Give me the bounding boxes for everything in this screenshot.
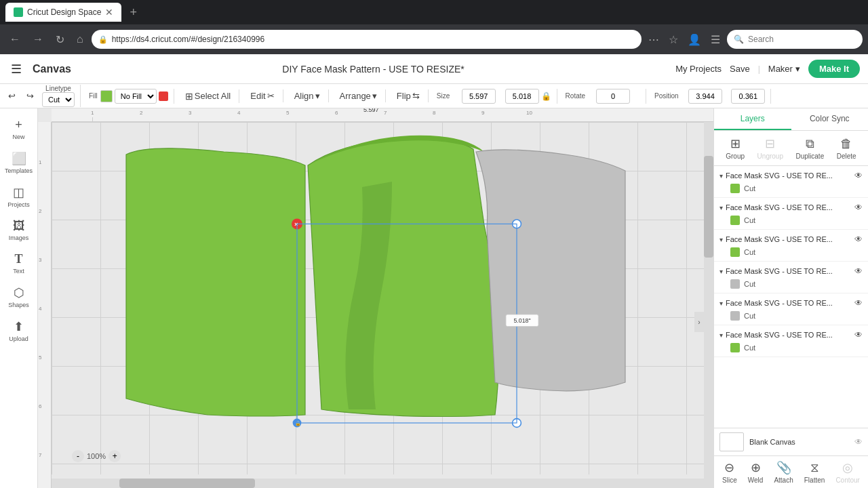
select-all-label: Select All [195, 91, 231, 101]
arrange-group: Arrange ▾ [337, 89, 386, 102]
fill-color-swatch[interactable] [100, 90, 113, 102]
linetype-select[interactable]: Cut [42, 92, 75, 107]
sidebar-item-new[interactable]: + New [2, 114, 36, 144]
layer-header[interactable]: ▾ Face Mask SVG - USE TO RE... 👁 [719, 328, 863, 342]
slice-tool[interactable]: ⊖ Slice [722, 460, 737, 484]
sidebar-item-upload[interactable]: ⬆ Upload [2, 315, 36, 346]
align-button[interactable]: Align ▾ [292, 89, 323, 102]
linetype-section: Linetype Cut [42, 85, 75, 107]
edit-button[interactable]: Edit ✂ [248, 89, 277, 102]
weld-label: Weld [748, 476, 764, 484]
size-group: Size W H 🔒 [437, 89, 557, 104]
contour-tool[interactable]: ◎ Contour [835, 460, 860, 484]
redo-button[interactable]: ↪ [24, 89, 37, 102]
linetype-label: Linetype [45, 85, 71, 92]
address-bar[interactable]: 🔒 https://ds4.cricut.com/#/design/216340… [92, 30, 642, 49]
edit-group: Edit ✂ [248, 89, 283, 102]
horizontal-scrollbar[interactable] [52, 479, 713, 488]
new-tab-button[interactable]: + [127, 5, 140, 20]
make-it-button[interactable]: Make It [808, 60, 860, 78]
blank-canvas-visibility[interactable]: 👁 [854, 437, 863, 447]
layer-header[interactable]: ▾ Face Mask SVG - USE TO RE... 👁 [719, 201, 863, 214]
weld-tool[interactable]: ⊕ Weld [748, 460, 764, 484]
delete-button[interactable]: 🗑 Delete [837, 137, 856, 160]
sidebar-item-shapes[interactable]: ⬡ Shapes [2, 281, 36, 312]
save-button[interactable]: Save [730, 64, 750, 74]
width-input[interactable] [462, 89, 496, 104]
tab-close-button[interactable]: ✕ [105, 7, 113, 18]
canvas-area[interactable]: 1 2 3 4 5 6 7 8 9 10 5.597 1 2 3 [38, 108, 713, 488]
arrange-button[interactable]: Arrange ▾ [337, 89, 380, 102]
sidebar-item-images[interactable]: 🖼 Images [2, 215, 36, 245]
fill-select[interactable]: No Fill [115, 89, 157, 104]
visibility-icon[interactable]: 👁 [854, 171, 863, 180]
layer-color-swatch [730, 184, 740, 193]
lock-ratio-icon[interactable]: 🔒 [541, 92, 551, 101]
expand-icon[interactable]: ▾ [719, 300, 723, 307]
forward-button[interactable]: → [28, 30, 47, 48]
layer-color-swatch [730, 343, 740, 352]
search-input[interactable] [748, 35, 843, 44]
flatten-tool[interactable]: ⧖ Flatten [804, 461, 825, 484]
expand-icon[interactable]: ▾ [719, 236, 723, 243]
sidebar-item-templates[interactable]: ⬜ Templates [2, 147, 36, 178]
bookmark-icon[interactable]: ☆ [666, 30, 681, 49]
reload-button[interactable]: ↻ [52, 30, 68, 49]
group-button[interactable]: ⊞ Group [726, 136, 745, 160]
maker-selector[interactable]: Maker ▾ [768, 64, 800, 74]
rotate-stepper[interactable]: ⊿ [632, 91, 640, 102]
horizontal-ruler: 1 2 3 4 5 6 7 8 9 10 5.597 [52, 108, 713, 122]
visibility-icon[interactable]: 👁 [854, 266, 863, 276]
templates-icon: ⬜ [12, 151, 26, 166]
hamburger-menu[interactable]: ☰ [8, 59, 24, 79]
layer-header[interactable]: ▾ Face Mask SVG - USE TO RE... 👁 [719, 232, 863, 246]
layer-header[interactable]: ▾ Face Mask SVG - USE TO RE... 👁 [719, 264, 863, 278]
zoom-in-button[interactable]: + [108, 450, 121, 462]
flip-label: Flip [397, 91, 411, 101]
rotate-input[interactable] [596, 89, 630, 104]
extensions-icon[interactable]: ⋯ [646, 30, 662, 49]
layer-sub: Cut [719, 310, 863, 322]
visibility-icon[interactable]: 👁 [854, 203, 863, 212]
x-input[interactable] [688, 89, 722, 104]
profile-icon[interactable]: 👤 [685, 30, 704, 49]
expand-icon[interactable]: ▾ [719, 204, 723, 211]
ungroup-button[interactable]: ⊟ Ungroup [757, 136, 783, 160]
browser-search-bar[interactable]: 🔍 [727, 30, 863, 49]
menu-icon[interactable]: ☰ [708, 30, 723, 49]
sidebar-templates-label: Templates [5, 167, 33, 174]
expand-icon[interactable]: ▾ [719, 268, 723, 275]
layer-header[interactable]: ▾ Face Mask SVG - USE TO RE... 👁 [719, 296, 863, 310]
y-input[interactable] [731, 89, 765, 104]
tab-layers[interactable]: Layers [714, 108, 791, 130]
layer-header[interactable]: ▾ Face Mask SVG - USE TO RE... 👁 [719, 169, 863, 182]
attach-tool[interactable]: 📎 Attach [774, 460, 793, 484]
zoom-out-button[interactable]: - [72, 450, 84, 462]
attach-label: Attach [774, 476, 793, 484]
visibility-icon[interactable]: 👁 [854, 330, 863, 340]
browser-tab[interactable]: Cricut Design Space ✕ [5, 3, 121, 22]
expand-icon[interactable]: ▾ [719, 172, 723, 180]
collapse-arrow[interactable]: › [694, 312, 704, 332]
vertical-scrollbar[interactable] [704, 122, 713, 479]
flip-button[interactable]: Flip ⇆ [394, 89, 422, 102]
visibility-icon[interactable]: 👁 [854, 235, 863, 244]
search-icon: 🔍 [734, 35, 744, 44]
expand-icon[interactable]: ▾ [719, 331, 723, 339]
toolbar: ↩ ↪ Linetype Cut Fill No Fill [0, 84, 868, 108]
sidebar-item-projects[interactable]: ◫ Projects [2, 181, 36, 212]
svg-text:5.018": 5.018" [513, 317, 530, 324]
browser-navbar: ← → ↻ ⌂ 🔒 https://ds4.cricut.com/#/desig… [0, 24, 868, 54]
fill-red-swatch[interactable] [159, 92, 168, 101]
tab-color-sync[interactable]: Color Sync [791, 108, 869, 130]
undo-button[interactable]: ↩ [5, 89, 18, 102]
sidebar-item-text[interactable]: T Text [2, 248, 36, 279]
duplicate-button[interactable]: ⧉ Duplicate [796, 137, 825, 160]
canvas-svg[interactable]: × 🔒 5.018" [52, 122, 713, 474]
back-button[interactable]: ← [5, 30, 24, 48]
select-all-button[interactable]: ⊞ Select All [182, 89, 233, 103]
my-projects-button[interactable]: My Projects [675, 64, 722, 74]
home-button[interactable]: ⌂ [73, 30, 87, 48]
visibility-icon[interactable]: 👁 [854, 298, 863, 308]
height-input[interactable] [505, 89, 539, 104]
